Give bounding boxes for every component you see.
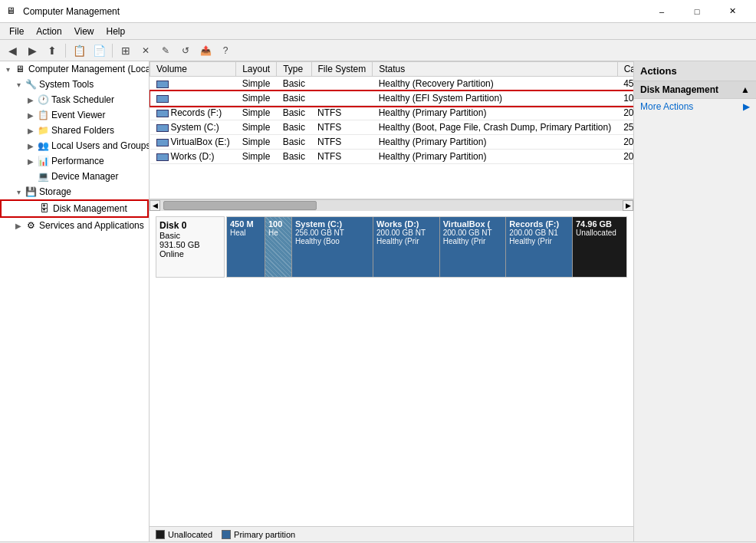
- partition-records[interactable]: Records (F:) 200.00 GB N1 Healthy (Prir: [506, 217, 573, 277]
- menu-file[interactable]: File: [3, 25, 30, 38]
- toolbar-properties[interactable]: 📄: [90, 42, 108, 59]
- legend-unalloc-label: Unallocated: [168, 530, 212, 539]
- toolbar-export[interactable]: 📤: [196, 42, 215, 59]
- toolbar-back[interactable]: ◀: [3, 42, 21, 59]
- performance-toggle[interactable]: ▶: [25, 157, 37, 166]
- tree-event-viewer[interactable]: ▶ 📋 Event Viewer: [0, 107, 149, 123]
- tree-disk-management-label: Disk Management: [53, 203, 127, 214]
- tree-root[interactable]: ▾ 🖥 Computer Management (Local: [0, 61, 149, 77]
- event-viewer-toggle[interactable]: ▶: [25, 111, 37, 120]
- col-type[interactable]: Type: [277, 62, 311, 77]
- partition-efi[interactable]: 100 He: [265, 217, 292, 277]
- window-controls: – □ ✕: [644, 0, 750, 23]
- maximize-button[interactable]: □: [679, 0, 715, 23]
- tree-system-tools[interactable]: ▾ 🔧 System Tools: [0, 77, 149, 92]
- partition-vbox-size: 200.00 GB NT: [443, 229, 492, 237]
- table-row-vbox[interactable]: VirtualBox (E:) Simple Basic NTFS Health…: [150, 135, 634, 150]
- tree-disk-management[interactable]: ▶ 🗄 Disk Management: [0, 199, 149, 218]
- close-button[interactable]: ✕: [715, 0, 750, 23]
- partition-works[interactable]: Works (D:) 200.00 GB NT Healthy (Prir: [373, 217, 440, 277]
- actions-more-actions[interactable]: More Actions ▶: [634, 99, 756, 114]
- title-bar: 🖥 Computer Management – □ ✕: [0, 0, 756, 23]
- shared-folders-icon: 📁: [37, 124, 49, 137]
- task-scheduler-toggle[interactable]: ▶: [25, 96, 37, 104]
- partition-system[interactable]: System (C:) 256.00 GB NT Healthy (Boo: [292, 217, 373, 277]
- scroll-right-btn[interactable]: ▶: [623, 200, 633, 211]
- system-tools-toggle[interactable]: ▾: [12, 81, 25, 89]
- legend-unallocated: Unallocated: [156, 530, 212, 539]
- col-capacity[interactable]: Capa: [617, 62, 633, 77]
- partition-vbox[interactable]: VirtualBox ( 200.00 GB NT Healthy (Prir: [440, 217, 507, 277]
- tree-device-manager[interactable]: ▶ 💻 Device Manager: [0, 169, 149, 184]
- table-row-efi[interactable]: Simple Basic Healthy (EFI System Partiti…: [150, 91, 634, 106]
- main-container: ▾ 🖥 Computer Management (Local ▾ 🔧 Syste…: [0, 61, 756, 541]
- tree-local-users[interactable]: ▶ 👥 Local Users and Groups: [0, 138, 149, 153]
- toolbar: ◀ ▶ ⬆ 📋 📄 ⊞ ✕ ✎ ↺ 📤 ?: [0, 40, 756, 61]
- col-volume[interactable]: Volume: [150, 62, 236, 77]
- table-area: Volume Layout Type File System Status Ca…: [150, 61, 633, 199]
- table-row-works[interactable]: Works (D:) Simple Basic NTFS Healthy (Pr…: [150, 150, 634, 164]
- cell-volume-system: System (C:): [150, 120, 236, 135]
- menu-view[interactable]: View: [68, 25, 100, 38]
- cell-status-records: Healthy (Primary Partition): [373, 106, 617, 120]
- table-row-records[interactable]: Records (F:) Simple Basic NTFS Healthy (…: [150, 106, 634, 120]
- cell-status-works: Healthy (Primary Partition): [373, 150, 617, 164]
- local-users-toggle[interactable]: ▶: [25, 142, 37, 150]
- tree-shared-folders[interactable]: ▶ 📁 Shared Folders: [0, 123, 149, 138]
- disk-0-type: Basic: [159, 231, 221, 240]
- actions-panel: Actions Disk Management ▲ More Actions ▶: [633, 61, 756, 541]
- tree-storage[interactable]: ▾ 💾 Storage: [0, 184, 149, 199]
- toolbar-up[interactable]: ⬆: [43, 42, 61, 59]
- col-layout[interactable]: Layout: [236, 62, 277, 77]
- tree-event-viewer-label: Event Viewer: [51, 110, 105, 120]
- scroll-left-btn[interactable]: ◀: [150, 200, 160, 211]
- partition-records-size: 200.00 GB N1: [509, 229, 557, 237]
- cell-capacity-system: 256.: [617, 120, 633, 135]
- tree-services-apps[interactable]: ▶ ⚙ Services and Applications: [0, 218, 149, 233]
- legend-primary-label: Primary partition: [234, 530, 295, 539]
- partition-unallocated[interactable]: 74.96 GB Unallocated: [573, 217, 626, 277]
- legend-primary-swatch: [222, 530, 231, 539]
- toolbar-show-hide[interactable]: 📋: [70, 42, 88, 59]
- menu-action[interactable]: Action: [30, 25, 67, 38]
- toolbar-refresh[interactable]: ↺: [176, 42, 195, 59]
- partition-recovery[interactable]: 450 M Heal: [227, 217, 265, 277]
- partition-unalloc-size: 74.96 GB: [576, 219, 612, 229]
- menu-help[interactable]: Help: [100, 25, 132, 38]
- toolbar-new-window[interactable]: ⊞: [117, 42, 135, 59]
- partition-efi-label: 100: [268, 219, 282, 229]
- col-status[interactable]: Status: [373, 62, 617, 77]
- table-row-system[interactable]: System (C:) Simple Basic NTFS Healthy (B…: [150, 120, 634, 135]
- table-row[interactable]: Simple Basic Healthy (Recovery Partition…: [150, 77, 634, 91]
- scroll-track[interactable]: [160, 200, 623, 211]
- shared-folders-toggle[interactable]: ▶: [25, 127, 37, 135]
- volumes-table: Volume Layout Type File System Status Ca…: [150, 61, 633, 164]
- actions-disk-mgmt-header[interactable]: Disk Management ▲: [634, 81, 756, 99]
- cell-type-works: Basic: [277, 150, 311, 164]
- tree-root-toggle[interactable]: ▾: [2, 65, 14, 74]
- local-users-icon: 👥: [37, 140, 49, 152]
- partition-unalloc-label: Unallocated: [576, 229, 616, 237]
- actions-disk-mgmt-label: Disk Management: [640, 84, 718, 95]
- cell-volume-works: Works (D:): [150, 150, 236, 164]
- toolbar-forward[interactable]: ▶: [23, 42, 41, 59]
- partition-system-size: 256.00 GB NT: [295, 229, 344, 237]
- horizontal-scrollbar[interactable]: ◀ ▶: [150, 199, 633, 210]
- tree-task-scheduler[interactable]: ▶ 🕐 Task Scheduler: [0, 92, 149, 107]
- cell-capacity-works: 200.: [617, 150, 633, 164]
- cell-status-efi: Healthy (EFI System Partition): [373, 91, 617, 106]
- cell-type: Basic: [277, 77, 311, 91]
- toolbar-rename[interactable]: ✎: [156, 42, 175, 59]
- computer-icon: 🖥: [14, 63, 26, 75]
- partition-vbox-label: VirtualBox (: [443, 219, 491, 229]
- minimize-button[interactable]: –: [644, 0, 679, 23]
- col-filesystem[interactable]: File System: [311, 62, 373, 77]
- tree-performance[interactable]: ▶ 📊 Performance: [0, 153, 149, 169]
- cell-filesystem-records: NTFS: [311, 106, 373, 120]
- toolbar-delete[interactable]: ✕: [136, 42, 155, 59]
- scroll-thumb[interactable]: [163, 201, 317, 210]
- disk-visual-area: Disk 0 Basic 931.50 GB Online 450 M Heal…: [150, 210, 633, 526]
- services-apps-toggle[interactable]: ▶: [12, 222, 25, 230]
- storage-toggle[interactable]: ▾: [12, 188, 25, 196]
- toolbar-help[interactable]: ?: [216, 42, 235, 59]
